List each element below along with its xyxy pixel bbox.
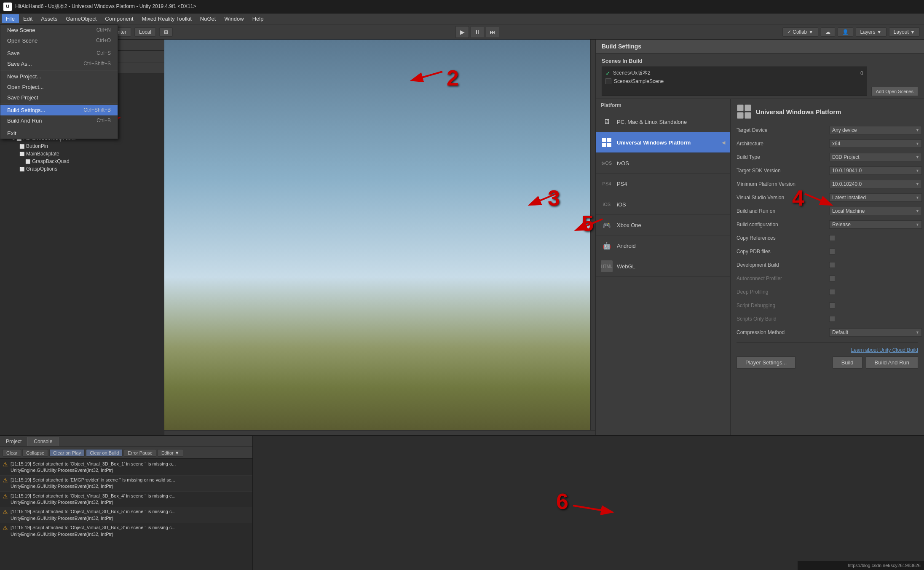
layout-btn[interactable]: Layout ▼ bbox=[889, 27, 920, 37]
menu-build-and-run[interactable]: Build And Run Ctrl+B bbox=[0, 115, 118, 126]
setting-minimum-platform-version-dropdown[interactable]: 10.0.10240.0 bbox=[829, 180, 922, 188]
menu-open-project[interactable]: Open Project... bbox=[0, 82, 118, 92]
player-settings-btn[interactable]: Player Settings... bbox=[737, 356, 795, 369]
pause-btn[interactable]: ⏸ bbox=[471, 26, 484, 38]
menu-save[interactable]: Save Ctrl+S bbox=[0, 48, 118, 59]
error-pause-btn[interactable]: Error Pause bbox=[124, 449, 156, 457]
setting-build-configuration-dropdown[interactable]: Release bbox=[829, 220, 922, 229]
uwp-big-icon bbox=[737, 104, 752, 119]
menu-save-project[interactable]: Save Project bbox=[0, 92, 118, 103]
play-btn[interactable]: ▶ bbox=[455, 26, 469, 38]
clear-on-play-btn[interactable]: Clear on Play bbox=[49, 449, 85, 457]
hierarchy-item[interactable]: ⬜GraspBackQuad bbox=[0, 158, 164, 165]
bottom-tabs: Project Console bbox=[0, 436, 252, 447]
xbox-icon: 🎮 bbox=[601, 219, 613, 231]
menu-open-scene[interactable]: Open Scene Ctrl+O bbox=[0, 35, 118, 46]
setting-row: Architecturex64 bbox=[737, 139, 918, 149]
platform-android[interactable]: 🤖 Android bbox=[596, 235, 730, 256]
platform-xbox[interactable]: 🎮 Xbox One bbox=[596, 215, 730, 235]
platform-settings-title: Universal Windows Platform bbox=[756, 108, 841, 115]
clear-btn[interactable]: Clear bbox=[3, 449, 21, 457]
learn-cloud-build-link[interactable]: Learn about Unity Cloud Build bbox=[851, 347, 918, 353]
console-message: ⚠[11:15:19] Script attached to 'Object_V… bbox=[0, 460, 252, 476]
setting-visual-studio-version-dropdown[interactable]: Latest installed bbox=[829, 193, 922, 202]
scenes-in-build-label: Scenes In Build bbox=[602, 58, 918, 64]
build-and-run-btn[interactable]: Build And Run bbox=[866, 356, 918, 369]
setting-target-sdk-version-dropdown[interactable]: 10.0.19041.0 bbox=[829, 166, 922, 175]
menu-assets[interactable]: Assets bbox=[37, 14, 62, 23]
console-message: ⚠[11:15:19] Script attached to 'Object_V… bbox=[0, 492, 252, 508]
webgl-icon: HTML bbox=[601, 260, 613, 272]
account-btn[interactable]: 👤 bbox=[838, 27, 853, 37]
setting-build-and-run-on-dropdown[interactable]: Local Machine bbox=[829, 207, 922, 215]
menu-bar: File Edit Assets GameObject Component Mi… bbox=[0, 13, 924, 24]
layers-btn[interactable]: Layers ▼ bbox=[856, 27, 887, 37]
menu-window[interactable]: Window bbox=[220, 14, 248, 23]
build-btn[interactable]: Build bbox=[833, 356, 862, 369]
menu-file[interactable]: File bbox=[2, 14, 19, 23]
local-btn[interactable]: Local bbox=[134, 27, 156, 37]
menu-new-project[interactable]: New Project... bbox=[0, 71, 118, 82]
menu-new-scene[interactable]: New Scene Ctrl+N bbox=[0, 25, 118, 35]
svg-rect-0 bbox=[602, 138, 606, 142]
setting-row: Development Build bbox=[737, 260, 918, 270]
menu-component[interactable]: Component bbox=[101, 14, 137, 23]
setting-row: Target DeviceAny device bbox=[737, 125, 918, 135]
editor-dropdown-btn[interactable]: Editor ▼ bbox=[158, 449, 183, 457]
platform-tvos[interactable]: tvOS tvOS bbox=[596, 153, 730, 174]
setting-script-debugging-checkbox bbox=[829, 302, 835, 308]
scenes-list: ✓ Scenes/Ux版本2 0 Scenes/SampleScene bbox=[602, 67, 867, 96]
tvos-icon: tvOS bbox=[601, 157, 613, 169]
menu-gameobject[interactable]: GameObject bbox=[62, 14, 101, 23]
setting-scripts-only-build-checkbox bbox=[829, 316, 835, 322]
collapse-btn[interactable]: Collapse bbox=[22, 449, 48, 457]
settings-rows: Target DeviceAny deviceArchitecturex64Bu… bbox=[737, 125, 918, 337]
setting-build-type-dropdown[interactable]: D3D Project bbox=[829, 153, 922, 161]
step-btn[interactable]: ⏭ bbox=[486, 26, 499, 38]
setting-copy-pdb-files-checkbox[interactable] bbox=[829, 249, 835, 254]
platform-uwp[interactable]: Universal Windows Platform ◀ bbox=[596, 132, 730, 153]
menu-exit[interactable]: Exit bbox=[0, 128, 118, 139]
setting-architecture-dropdown[interactable]: x64 bbox=[829, 139, 922, 148]
setting-row: Minimum Platform Version10.0.10240.0 bbox=[737, 179, 918, 189]
setting-row: Autoconnect Profiler bbox=[737, 273, 918, 284]
hierarchy-item[interactable]: ⬜GraspOptions bbox=[0, 165, 164, 173]
setting-copy-references-checkbox[interactable] bbox=[829, 235, 835, 241]
setting-row: Target SDK Version10.0.19041.0 bbox=[737, 166, 918, 176]
clear-on-build-btn[interactable]: Clear on Build bbox=[86, 449, 123, 457]
bottom-tab-project[interactable]: Project bbox=[0, 437, 28, 446]
platform-webgl[interactable]: HTML WebGL bbox=[596, 256, 730, 277]
setting-row: Scripts Only Build bbox=[737, 314, 918, 324]
setting-row: Visual Studio VersionLatest installed bbox=[737, 193, 918, 203]
platform-label: Platform bbox=[596, 99, 730, 112]
console-toolbar: Clear Collapse Clear on Play Clear on Bu… bbox=[0, 447, 252, 459]
setting-deep-profiling-checkbox bbox=[829, 289, 835, 295]
hierarchy-item[interactable]: ⬜ButtonPin bbox=[0, 142, 164, 150]
menu-mrtk[interactable]: Mixed Reality Toolkit bbox=[138, 14, 196, 23]
file-dropdown: New Scene Ctrl+N Open Scene Ctrl+O Save … bbox=[0, 24, 118, 139]
add-open-scenes-btn[interactable]: Add Open Scenes bbox=[871, 87, 918, 96]
platform-ps4[interactable]: PS4 PS4 bbox=[596, 174, 730, 194]
menu-build-settings[interactable]: Build Settings... Ctrl+Shift+B bbox=[0, 105, 118, 115]
setting-row: Copy PDB files bbox=[737, 246, 918, 257]
setting-target-device-dropdown[interactable]: Any device bbox=[829, 126, 922, 134]
bottom-tab-console[interactable]: Console bbox=[28, 437, 59, 446]
console-messages: ⚠[11:15:19] Script attached to 'Object_V… bbox=[0, 459, 252, 570]
platform-pc[interactable]: 🖥 PC, Mac & Linux Standalone bbox=[596, 112, 730, 132]
menu-nuget[interactable]: NuGet bbox=[196, 14, 220, 23]
grid-btn[interactable]: ⊞ bbox=[159, 27, 173, 37]
build-bottom: Learn about Unity Cloud Build Player Set… bbox=[737, 343, 918, 369]
unity-icon: U bbox=[3, 3, 12, 11]
hierarchy-item[interactable]: ⬜MainBackplate bbox=[0, 150, 164, 158]
status-bar: https://blog.csdn.net/scy261983626 bbox=[798, 561, 924, 570]
menu-save-as[interactable]: Save As... Ctrl+Shift+S bbox=[0, 59, 118, 69]
scene-viewport[interactable] bbox=[164, 40, 595, 435]
setting-compression-method-dropdown[interactable]: Default bbox=[829, 328, 922, 337]
menu-help[interactable]: Help bbox=[248, 14, 268, 23]
setting-development-build-checkbox[interactable] bbox=[829, 262, 835, 268]
menu-edit[interactable]: Edit bbox=[19, 14, 37, 23]
svg-rect-7 bbox=[745, 112, 751, 119]
collab-btn[interactable]: ✓ Collab ▼ bbox=[782, 27, 818, 37]
cloud-btn[interactable]: ☁ bbox=[821, 27, 835, 37]
platform-ios[interactable]: iOS iOS bbox=[596, 194, 730, 215]
